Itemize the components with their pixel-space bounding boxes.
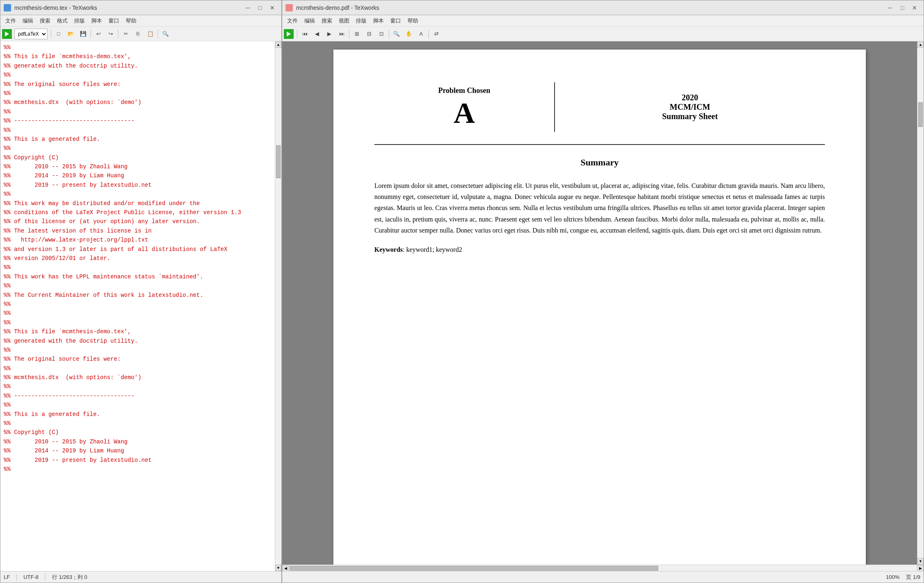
tex-title-bar: mcmthesis-demo.tex - TeXworks ─ □ ✕ — [0, 0, 281, 15]
pdf-problem-cell: Problem Chosen A — [374, 82, 555, 132]
tex-status-charset: UTF-8 — [23, 574, 38, 580]
tex-menu-window[interactable]: 窗口 — [105, 16, 122, 25]
pdf-menu-bar: 文件 编辑 搜索 视图 排版 脚本 窗口 帮助 — [282, 15, 924, 27]
pdf-hscrollbar[interactable]: ◀ ▶ — [282, 565, 924, 571]
pdf-toolbar: ⏮ ◀ ▶ ⏭ ⊞ ⊟ ⊡ 🔍 ✋ A ⇄ — [282, 27, 924, 41]
pdf-vscrollbar[interactable]: ▲ ▼ — [917, 41, 924, 565]
tex-scroll-up-btn[interactable]: ▲ — [275, 41, 281, 48]
tex-minimize-button[interactable]: ─ — [242, 3, 254, 13]
pdf-summary-title: Summary — [374, 157, 825, 168]
pdf-year: 2020 — [563, 93, 817, 102]
tex-compile-dropdown[interactable]: pdfLaTeX — [14, 29, 48, 39]
tex-menu-scripts[interactable]: 脚本 — [88, 16, 105, 25]
pdf-last-page-button[interactable]: ⏭ — [336, 28, 347, 40]
tex-close-button[interactable]: ✕ — [267, 3, 278, 13]
tex-run-button[interactable] — [2, 29, 12, 39]
pdf-hand-tool-button[interactable]: ✋ — [403, 28, 414, 40]
tex-status-sep1 — [16, 574, 17, 581]
tex-menu-bar: 文件 编辑 搜索 格式 排版 脚本 窗口 帮助 — [0, 15, 281, 27]
tex-cut-button[interactable]: ✂ — [120, 28, 131, 40]
tex-status-bar: LF UTF-8 行 1/263；列 0 — [0, 571, 281, 583]
tex-menu-help[interactable]: 帮助 — [122, 16, 140, 25]
pdf-scroll-right-btn[interactable]: ▶ — [917, 565, 924, 572]
pdf-menu-view[interactable]: 视图 — [335, 16, 353, 25]
pdf-fit-width-button[interactable]: ⊞ — [351, 28, 362, 40]
pdf-menu-help[interactable]: 帮助 — [404, 16, 421, 25]
pdf-page: Problem Chosen A 2020 MCM/ICM Summary Sh… — [333, 50, 866, 565]
sep2 — [91, 29, 91, 38]
pdf-zoom-level: 100% — [886, 574, 899, 580]
tex-copy-button[interactable]: ⎘ — [132, 28, 144, 40]
pdf-scroll-thumb[interactable] — [918, 102, 923, 127]
tex-vscrollbar[interactable]: ▲ ▼ — [275, 41, 281, 571]
pdf-contest-cell: 2020 MCM/ICM Summary Sheet — [555, 82, 825, 132]
pdf-sep1 — [297, 29, 297, 38]
pdf-header-divider — [374, 144, 825, 145]
sep1 — [51, 29, 51, 38]
tex-window-icon — [4, 4, 11, 11]
pdf-scroll-down-btn[interactable]: ▼ — [917, 558, 924, 565]
pdf-body-paragraph: Lorem ipsum dolor sit amet, consectetuer… — [374, 180, 825, 236]
sep4 — [158, 29, 158, 38]
sep3 — [118, 29, 118, 38]
tex-menu-format[interactable]: 格式 — [54, 16, 71, 25]
pdf-menu-typeset[interactable]: 排版 — [353, 16, 370, 25]
tex-editor-window: mcmthesis-demo.tex - TeXworks ─ □ ✕ 文件 编… — [0, 0, 282, 583]
pdf-hscroll-thumb[interactable] — [290, 566, 658, 571]
tex-undo-button[interactable]: ↩ — [93, 28, 104, 40]
pdf-scroll-up-btn[interactable]: ▲ — [917, 41, 924, 48]
pdf-next-page-button[interactable]: ▶ — [324, 28, 335, 40]
tex-code-content[interactable]: %% %% This is file `mcmthesis-demo.tex',… — [0, 41, 275, 571]
pdf-summary-sheet-label: Summary Sheet — [563, 112, 817, 121]
pdf-keywords-label: Keywords — [374, 246, 403, 253]
tex-menu-typeset[interactable]: 排版 — [71, 16, 88, 25]
pdf-keywords-colon: : — [403, 246, 406, 253]
pdf-maximize-button[interactable]: □ — [897, 3, 908, 13]
pdf-minimize-button[interactable]: ─ — [884, 3, 896, 13]
pdf-problem-label: Problem Chosen — [383, 86, 546, 95]
tex-open-button[interactable]: 📂 — [65, 28, 77, 40]
tex-compile-select[interactable]: pdfLaTeX — [15, 29, 47, 39]
tex-scroll-down-btn[interactable]: ▼ — [275, 565, 281, 571]
pdf-prev-page-button[interactable]: ◀ — [311, 28, 323, 40]
pdf-menu-file[interactable]: 文件 — [284, 16, 301, 25]
tex-editor-area: %% %% This is file `mcmthesis-demo.tex',… — [0, 41, 281, 571]
pdf-problem-letter: A — [383, 98, 546, 128]
pdf-keywords-line: Keywords: keyword1; keyword2 — [374, 244, 825, 255]
pdf-content-area: Problem Chosen A 2020 MCM/ICM Summary Sh… — [282, 41, 917, 565]
tex-find-button[interactable]: 🔍 — [160, 28, 171, 40]
tex-menu-search[interactable]: 搜索 — [36, 16, 54, 25]
pdf-run-button[interactable] — [284, 29, 294, 39]
pdf-window-icon — [285, 4, 293, 11]
tex-status-lf: LF — [4, 574, 10, 580]
pdf-close-button[interactable]: ✕ — [909, 3, 920, 13]
pdf-menu-edit[interactable]: 编辑 — [301, 16, 318, 25]
tex-new-button[interactable]: □ — [53, 28, 64, 40]
tex-menu-edit[interactable]: 编辑 — [19, 16, 36, 25]
pdf-scroll-left-btn[interactable]: ◀ — [282, 565, 289, 572]
tex-scroll-thumb[interactable] — [276, 145, 281, 178]
pdf-zoom-in-button[interactable]: 🔍 — [391, 28, 402, 40]
pdf-menu-window[interactable]: 窗口 — [387, 16, 404, 25]
tex-save-button[interactable]: 💾 — [77, 28, 89, 40]
pdf-actual-size-button[interactable]: ⊡ — [376, 28, 387, 40]
tex-status-sep2 — [45, 574, 45, 581]
pdf-window-controls: ─ □ ✕ — [884, 3, 920, 13]
pdf-viewer-window: mcmthesis-demo.pdf - TeXworks ─ □ ✕ 文件 编… — [282, 0, 924, 583]
pdf-first-page-button[interactable]: ⏮ — [299, 28, 310, 40]
pdf-fit-page-button[interactable]: ⊟ — [363, 28, 375, 40]
pdf-window-title: mcmthesis-demo.pdf - TeXworks — [296, 5, 884, 11]
tex-toolbar: pdfLaTeX □ 📂 💾 ↩ ↪ ✂ ⎘ 📋 🔍 — [0, 27, 281, 41]
pdf-menu-scripts[interactable]: 脚本 — [370, 16, 387, 25]
tex-maximize-button[interactable]: □ — [254, 3, 266, 13]
pdf-menu-search[interactable]: 搜索 — [318, 16, 335, 25]
pdf-status-bar: 100% 页 1/9 — [282, 571, 924, 583]
pdf-keywords-value: keyword1; keyword2 — [406, 246, 462, 253]
pdf-select-tool-button[interactable]: A — [415, 28, 427, 40]
pdf-page-indicator: 页 1/9 — [906, 574, 920, 581]
tex-redo-button[interactable]: ↪ — [105, 28, 116, 40]
tex-window-title: mcmthesis-demo.tex - TeXworks — [14, 5, 242, 11]
tex-menu-file[interactable]: 文件 — [2, 16, 19, 25]
pdf-sync-button[interactable]: ⇄ — [430, 28, 442, 40]
tex-paste-button[interactable]: 📋 — [145, 28, 156, 40]
